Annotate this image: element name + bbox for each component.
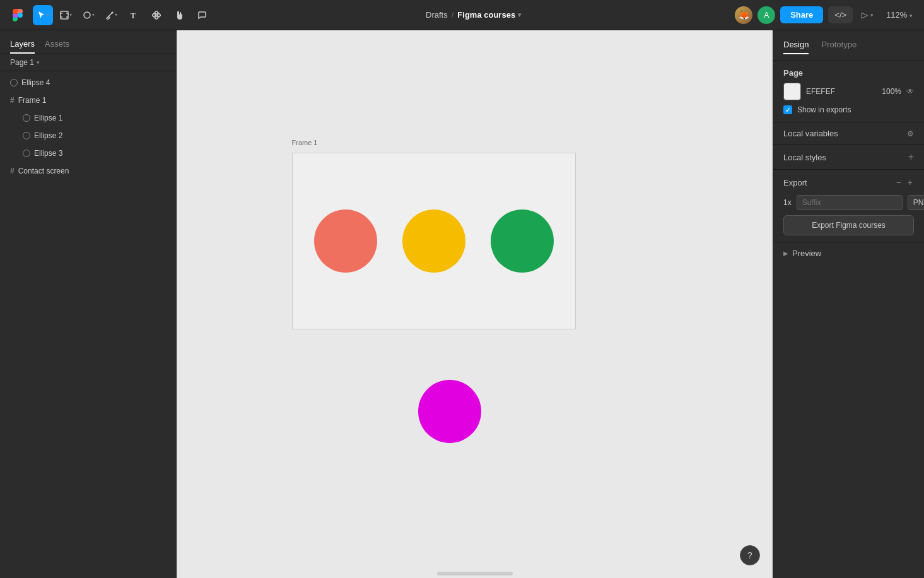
breadcrumb-separator: / [452, 10, 454, 20]
breadcrumb-drafts[interactable]: Drafts [426, 10, 448, 20]
export-plus-button[interactable]: + [906, 176, 914, 189]
tab-layers[interactable]: Layers [10, 35, 35, 54]
tab-design[interactable]: Design [783, 36, 809, 54]
layer-list: Ellipse 4 # Frame 1 Ellipse 1 Ellipse 2 … [0, 71, 176, 578]
local-styles-label: Local styles [783, 153, 826, 162]
share-button[interactable]: Share [780, 6, 823, 23]
ellipse1-circle [314, 209, 377, 273]
export-section: Export − + 1x PNG ▾ ••• Export Figma cou… [773, 170, 924, 242]
frame-label: Frame 1 [292, 139, 318, 146]
frame-icon: # [10, 96, 15, 105]
export-label: Export [783, 178, 807, 187]
page-section: Page EFEFEF 100% 👁 Show in exports [773, 61, 924, 122]
show-exports-checkbox[interactable] [783, 105, 792, 114]
show-exports-row: Show in exports [783, 105, 914, 114]
export-minus-button[interactable]: − [895, 176, 903, 189]
page-color-opacity: 100% [876, 87, 901, 96]
breadcrumb: Drafts / Figma courses ▾ [426, 10, 521, 20]
export-suffix-input[interactable] [797, 195, 903, 210]
export-button[interactable]: Export Figma courses [783, 215, 914, 235]
visibility-icon[interactable]: 👁 [906, 87, 914, 96]
layer-item-ellipse3[interactable]: Ellipse 3 [0, 144, 176, 162]
toolbar-right: 🦊 A Share </> ▷ ▾ 112% ▾ [735, 6, 916, 24]
export-actions: − + [895, 176, 914, 189]
local-styles-row: Local styles + [773, 145, 924, 170]
code-button[interactable]: </> [828, 6, 853, 23]
play-button[interactable]: ▷ ▾ [858, 8, 877, 22]
sidebar-tabs: Layers Assets [0, 30, 176, 54]
frame-box[interactable] [292, 153, 576, 329]
page-section-label: Page [783, 68, 914, 78]
hand-tool[interactable] [169, 5, 189, 25]
zoom-control[interactable]: 112% ▾ [882, 8, 916, 22]
ellipse4-circle[interactable] [418, 380, 481, 443]
svg-rect-10 [157, 13, 161, 17]
frame-tool-arrow: ▾ [69, 12, 72, 18]
show-exports-label: Show in exports [797, 105, 851, 114]
preview-row[interactable]: ▶ Preview [773, 242, 924, 264]
add-local-style-icon[interactable]: + [908, 151, 914, 163]
help-button[interactable]: ? [740, 545, 760, 565]
frame-icon: # [10, 167, 15, 175]
user-avatar[interactable]: 🦊 [735, 6, 752, 24]
canvas-inner: Frame 1 [177, 30, 773, 578]
preview-expand-arrow: ▶ [783, 250, 788, 257]
pen-tool-arrow: ▾ [115, 12, 117, 18]
canvas-wrapper: Frame 1 [254, 115, 696, 493]
svg-text:T: T [131, 11, 136, 20]
main-content: Layers Assets Page 1 ▾ Ellipse 4 # Frame… [0, 30, 924, 578]
figma-logo[interactable] [8, 5, 28, 25]
frame-tool[interactable]: ▾ [56, 5, 76, 25]
preview-label: Preview [792, 249, 821, 258]
canvas-area[interactable]: Frame 1 ? [177, 30, 773, 578]
horizontal-scrollbar[interactable] [437, 572, 513, 575]
frame1-wrapper: Frame 1 [292, 153, 576, 329]
ellipse4-wrapper [418, 380, 481, 443]
export-scale: 1x [783, 198, 792, 207]
svg-rect-11 [155, 16, 158, 20]
svg-point-5 [84, 12, 90, 18]
comment-tool[interactable] [192, 5, 212, 25]
layer-item-ellipse1[interactable]: Ellipse 1 [0, 109, 176, 127]
ellipse-icon [10, 79, 18, 86]
left-sidebar: Layers Assets Page 1 ▾ Ellipse 4 # Frame… [0, 30, 177, 578]
select-tool[interactable]: ▾ [33, 5, 53, 25]
layer-item-ellipse2[interactable]: Ellipse 2 [0, 127, 176, 144]
svg-rect-0 [61, 11, 68, 19]
local-variables-label: Local variables [783, 129, 838, 138]
pen-tool[interactable]: ▾ [101, 5, 121, 25]
shape-tool[interactable]: ▾ [78, 5, 98, 25]
shape-tool-arrow: ▾ [92, 12, 95, 18]
sliders-icon[interactable]: ⚙ [907, 129, 914, 138]
toolbar: ▾ ▾ ▾ ▾ T [0, 0, 924, 30]
page-color-row: EFEFEF 100% 👁 [783, 83, 914, 100]
svg-rect-9 [155, 11, 158, 15]
ellipse-icon [23, 150, 30, 157]
tab-prototype[interactable]: Prototype [821, 36, 857, 54]
local-variables-row[interactable]: Local variables ⚙ [773, 122, 924, 145]
export-config-row: 1x PNG ▾ ••• [783, 195, 914, 210]
ellipse-icon [23, 114, 30, 122]
ellipse3-circle [491, 209, 554, 273]
layer-item-contact-screen[interactable]: # Contact screen [0, 162, 176, 180]
breadcrumb-project[interactable]: Figma courses ▾ [457, 10, 521, 20]
ellipse2-circle [402, 209, 465, 273]
svg-point-6 [111, 11, 113, 13]
page-color-swatch[interactable] [783, 83, 801, 100]
export-format-selector[interactable]: PNG ▾ [908, 195, 924, 210]
page-color-hex: EFEFEF [806, 87, 871, 96]
layer-item-frame1[interactable]: # Frame 1 [0, 91, 176, 109]
text-tool[interactable]: T [124, 5, 144, 25]
right-sidebar: Design Prototype Page EFEFEF 100% 👁 Show… [773, 30, 924, 578]
right-tabs: Design Prototype [773, 30, 924, 61]
toolbar-left: ▾ ▾ ▾ ▾ T [8, 5, 212, 25]
ellipse-icon [23, 132, 30, 139]
toolbar-center: Drafts / Figma courses ▾ [214, 10, 732, 20]
export-header: Export − + [783, 176, 914, 189]
component-tool[interactable] [146, 5, 167, 25]
collaborator-avatar: A [757, 6, 775, 24]
page-selector[interactable]: Page 1 ▾ [0, 54, 176, 71]
tab-assets[interactable]: Assets [45, 35, 69, 54]
svg-rect-8 [152, 13, 156, 17]
layer-item-ellipse4[interactable]: Ellipse 4 [0, 74, 176, 91]
